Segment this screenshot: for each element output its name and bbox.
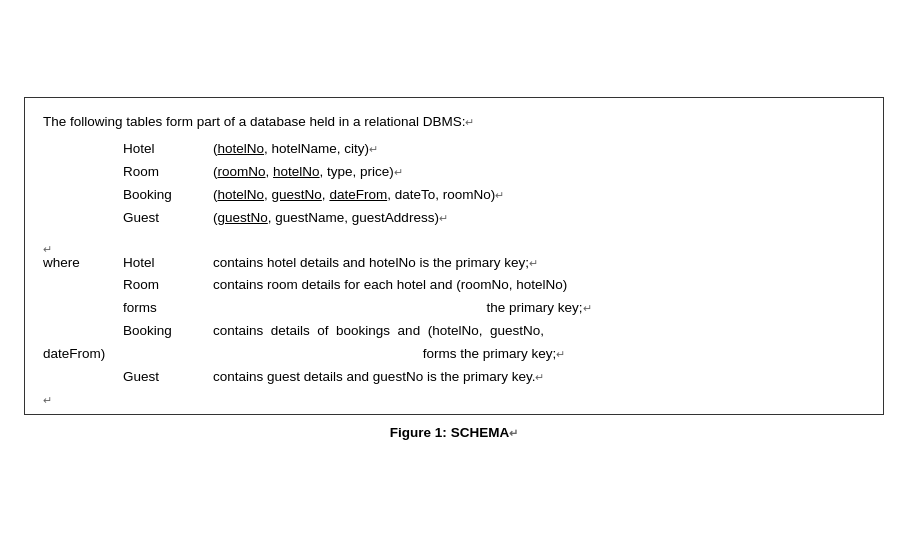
table-name-hotel: Hotel <box>123 139 213 160</box>
field-guestNo: guestNo <box>218 210 268 225</box>
where-label-empty3 <box>43 321 103 342</box>
table-def-hotel: (hotelNo, hotelName, city)↵ <box>213 139 865 160</box>
table-name-room: Room <box>123 162 213 183</box>
where-datefrom-label: dateFrom) <box>43 344 123 365</box>
document-container: The following tables form part of a data… <box>24 97 884 440</box>
where-table-booking: Booking <box>123 321 213 342</box>
intro-line: The following tables form part of a data… <box>43 112 865 133</box>
caption-mark: ↵ <box>509 427 518 439</box>
where-booking-row: Booking contains details of bookings and… <box>43 321 865 342</box>
where-section: where Hotel contains hotel details and h… <box>43 253 865 391</box>
where-table-hotel: Hotel <box>123 253 213 274</box>
table-def-booking: (hotelNo, guestNo, dateFrom, dateTo, roo… <box>213 185 865 206</box>
para-mark: ↵ <box>43 394 52 406</box>
table-def-room: (roomNo, hotelNo, type, price)↵ <box>213 162 865 183</box>
field-dateFrom: dateFrom <box>329 187 387 202</box>
where-hotel-desc: contains hotel details and hotelNo is th… <box>213 253 538 274</box>
where-guest-desc: contains guest details and guestNo is th… <box>213 367 544 388</box>
para-mark: ↵ <box>439 212 448 224</box>
tables-section: Hotel (hotelNo, hotelName, city)↵ Room (… <box>123 139 865 231</box>
where-label-empty <box>43 275 103 296</box>
table-row: Room (roomNo, hotelNo, type, price)↵ <box>123 162 865 183</box>
caption-prefix: Figure 1: <box>390 425 451 440</box>
field-hotelNo-booking: hotelNo <box>218 187 265 202</box>
table-name-guest: Guest <box>123 208 213 229</box>
end-blank-line: ↵ <box>43 390 865 404</box>
where-room-forms-row: forms the primary key;↵ <box>43 298 865 319</box>
field-guestNo-booking: guestNo <box>272 187 322 202</box>
where-forms-desc: the primary key;↵ <box>213 298 865 319</box>
where-table-room: Room <box>123 275 213 296</box>
table-row: Booking (hotelNo, guestNo, dateFrom, dat… <box>123 185 865 206</box>
table-def-guest: (guestNo, guestName, guestAddress)↵ <box>213 208 865 229</box>
field-roomNo: roomNo <box>218 164 266 179</box>
where-label-empty2 <box>43 298 103 319</box>
para-mark: ↵ <box>529 257 538 269</box>
where-table-guest: Guest <box>123 367 213 388</box>
blank-line: ↵ <box>43 239 865 253</box>
para-mark: ↵ <box>369 143 378 155</box>
para-mark: ↵ <box>556 348 565 360</box>
where-room-desc: contains room details for each hotel and… <box>213 275 567 296</box>
caption-bold: SCHEMA <box>451 425 510 440</box>
schema-box: The following tables form part of a data… <box>24 97 884 415</box>
intro-text: The following tables form part of a data… <box>43 114 465 129</box>
para-mark: ↵ <box>535 371 544 383</box>
where-datefrom-desc: forms the primary key;↵ <box>123 344 865 365</box>
where-label-empty4 <box>43 367 103 388</box>
para-mark: ↵ <box>495 189 504 201</box>
table-name-booking: Booking <box>123 185 213 206</box>
field-hotelNo-room: hotelNo <box>273 164 320 179</box>
figure-caption: Figure 1: SCHEMA↵ <box>390 425 518 440</box>
where-guest-row: Guest contains guest details and guestNo… <box>43 367 865 388</box>
where-label: where <box>43 253 103 274</box>
para-mark: ↵ <box>583 302 592 314</box>
table-row: Hotel (hotelNo, hotelName, city)↵ <box>123 139 865 160</box>
where-room-row: Room contains room details for each hote… <box>43 275 865 296</box>
table-row: Guest (guestNo, guestName, guestAddress)… <box>123 208 865 229</box>
where-booking-desc: contains details of bookings and (hotelN… <box>213 321 865 342</box>
intro-mark: ↵ <box>465 116 474 128</box>
where-datefrom-row: dateFrom) forms the primary key;↵ <box>43 344 865 365</box>
where-table-forms: forms <box>123 298 213 319</box>
field-hotelNo: hotelNo <box>218 141 265 156</box>
para-mark: ↵ <box>394 166 403 178</box>
where-hotel-row: where Hotel contains hotel details and h… <box>43 253 865 274</box>
